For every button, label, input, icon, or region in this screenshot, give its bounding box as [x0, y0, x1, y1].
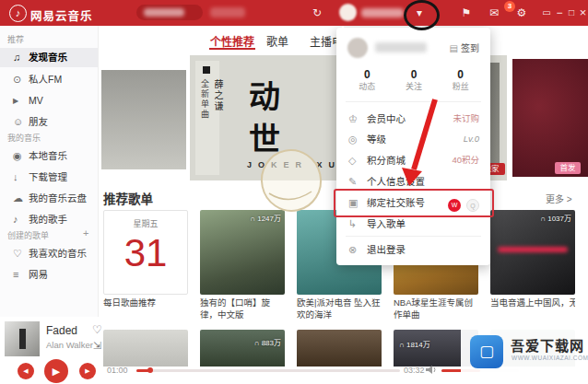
mini-player-icon[interactable]: ▭ [540, 0, 553, 26]
stat-followers[interactable]: 0 粉丝 [437, 68, 484, 92]
disc-icon: ◉ [13, 146, 26, 166]
sidebar-item-label: MV [29, 91, 43, 111]
app-logo-icon: ♪ [9, 5, 27, 22]
card-playlist-partial[interactable] [103, 330, 188, 367]
progress-handle[interactable] [147, 367, 153, 373]
checkin-button[interactable]: ▤签到 [450, 41, 479, 54]
watermark-site-url: WWW.WUAIXIAZAI.COM [512, 355, 588, 361]
close-icon[interactable]: × [578, 0, 588, 26]
menu-item-points-mall[interactable]: ◇ 积分商城 40积分 [336, 150, 490, 170]
more-link[interactable]: 更多 > [546, 192, 572, 205]
menu-item-right-text: 40积分 [452, 150, 479, 170]
play-count-badge: ∩ 883万 [254, 337, 281, 347]
mail-icon[interactable]: ✉ [487, 0, 501, 26]
calendar-day: 31 [104, 231, 187, 275]
settings-gear-icon[interactable]: ⚙ [514, 0, 529, 26]
username-blur [375, 42, 427, 52]
tab-playlists[interactable]: 歌单 [266, 33, 288, 49]
sidebar-item-cloud-disk[interactable]: ☁ 我的音乐云盘 [0, 189, 98, 208]
play-button[interactable]: ▶ [44, 359, 68, 383]
checkin-label: 签到 [461, 43, 479, 53]
card-playlist-partial[interactable]: ∩ 883万 [200, 330, 285, 367]
volume-icon[interactable] [426, 365, 438, 375]
sidebar-item-playlist-netease[interactable]: ≡ 网易 [0, 265, 98, 285]
sidebar-item-private-fm[interactable]: ⊙ 私人FM [0, 70, 98, 89]
stat-following[interactable]: 0 关注 [391, 68, 438, 92]
sidebar-item-my-artists[interactable]: ♪ 我的歌手 [0, 210, 98, 229]
previous-button[interactable]: ◀ [18, 363, 34, 379]
card-caption[interactable]: NBA球星生涯专属创作单曲 [394, 297, 478, 320]
site-watermark: ▢ 吾爱下载网 WWW.WUAIXIAZAI.COM [461, 327, 588, 384]
banner-artist-vertical: 薛之谦 全新单曲 [199, 79, 225, 175]
stat-value: 0 [344, 68, 391, 81]
tab-personal-recommend[interactable]: 个性推荐 [210, 33, 254, 49]
stat-moments[interactable]: 0 动态 [344, 68, 391, 92]
card-caption[interactable]: 欧美|派对电音 坠入狂欢的海洋 [297, 297, 382, 320]
playlist-icon: ≡ [13, 265, 26, 285]
menu-item-label: 积分商城 [367, 150, 406, 170]
header-blur-item [210, 7, 245, 17]
track-artist[interactable]: Alan Walker [46, 340, 93, 350]
banner-right-partial[interactable]: 首发 [512, 59, 588, 177]
stat-value: 0 [391, 68, 438, 81]
friends-icon: ☺ [13, 112, 26, 132]
sidebar-section-my-music: 我的音乐 [7, 132, 41, 144]
skin-theme-icon[interactable]: ⚑ [459, 0, 474, 26]
red-visor-glow [498, 247, 568, 252]
card-playlist[interactable]: ∩ 1037万 [490, 210, 575, 295]
next-button[interactable]: ▶ [79, 363, 96, 379]
divider [346, 236, 481, 237]
menu-item-logout[interactable]: ⊗ 退出登录 [336, 239, 490, 260]
add-playlist-icon[interactable]: + [83, 227, 88, 239]
cover-figure [19, 329, 26, 349]
menu-item-level[interactable]: ◎ 等级 Lv.0 [336, 129, 490, 149]
cloud-icon: ☁ [13, 189, 26, 208]
banner-left-partial[interactable] [101, 70, 186, 169]
play-icon: ▶ [53, 366, 60, 377]
card-playlist[interactable]: ∩ 1247万 [200, 210, 285, 295]
track-title[interactable]: Faded [46, 324, 77, 337]
sidebar-item-label: 朋友 [29, 112, 48, 132]
next-icon: ▶ [85, 367, 89, 374]
menu-item-vip-center[interactable]: ♔ 会员中心 未订购 [336, 109, 490, 129]
minimize-icon[interactable]: − [554, 0, 565, 26]
card-daily-recommend[interactable]: 星期五 31 [103, 210, 188, 295]
stat-label: 粉丝 [437, 81, 484, 92]
artist-icon: ♪ [13, 210, 26, 229]
sidebar-item-download-manager[interactable]: ↓ 下载管理 [0, 168, 98, 187]
sidebar-item-local-music[interactable]: ◉ 本地音乐 [0, 146, 98, 166]
card-playlist-partial[interactable] [297, 330, 382, 367]
now-playing-cover[interactable] [5, 321, 40, 356]
progress-bar[interactable] [136, 369, 400, 372]
divider [346, 101, 481, 102]
annotation-black-circle [404, 0, 440, 30]
logout-icon: ⊗ [348, 239, 361, 260]
avatar[interactable] [347, 38, 368, 58]
sidebar-item-friends[interactable]: ☺ 朋友 [0, 112, 98, 132]
doodle-scribble [256, 145, 325, 217]
music-note-icon: ♫ [13, 48, 26, 67]
mall-icon: ◇ [348, 150, 361, 170]
total-time: 03:32 [404, 366, 425, 375]
sidebar-item-discover[interactable]: ♫ 发现音乐 [0, 48, 98, 67]
menu-item-right-text: Lv.0 [464, 129, 479, 149]
like-track-icon[interactable]: ♡ [92, 323, 102, 336]
maximize-icon[interactable]: □ [566, 0, 577, 26]
sidebar-item-liked-music[interactable]: ♡ 我喜欢的音乐 [0, 244, 98, 263]
download-icon: ↓ [13, 168, 26, 187]
sidebar-item-mv[interactable]: ▶ MV [0, 91, 98, 111]
app-title: 网易云音乐 [30, 6, 93, 24]
card-caption[interactable]: 每日歌曲推荐 [103, 297, 188, 309]
fm-icon: ⊙ [13, 70, 26, 89]
watermark-box-icon: ▢ [470, 335, 503, 368]
share-track-icon[interactable]: ⇲ [93, 340, 101, 352]
calendar-weekday: 星期五 [104, 217, 187, 229]
title-bar[interactable]: ♪ 网易云音乐 ↻ ▾ ⚑ ✉ ⚙ ▭ − □ × [0, 0, 588, 26]
card-caption[interactable]: 独有的【口哨】旋律，中文版 [200, 297, 285, 320]
previous-icon: ◀ [23, 367, 28, 374]
card-caption[interactable]: 当电音遇上中国风，无需 [490, 297, 575, 309]
song-recognize-icon[interactable]: ↻ [310, 0, 324, 26]
banner-char: 动 [249, 72, 280, 117]
user-avatar[interactable] [339, 4, 357, 21]
play-count-badge: ∩ 1814万 [399, 339, 430, 349]
